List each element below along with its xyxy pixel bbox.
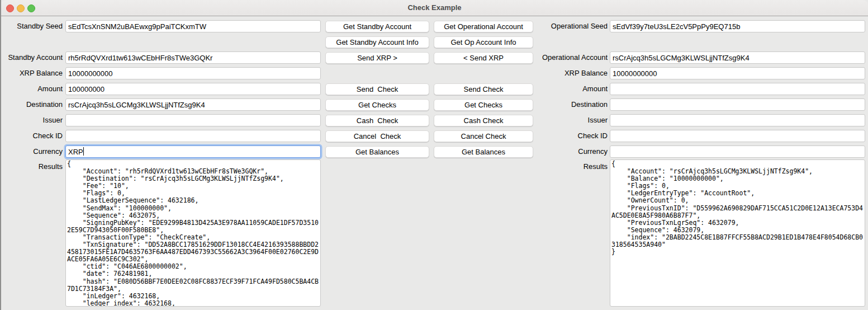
op-seed-label: Operational Seed [518,20,608,32]
op-amount-input[interactable] [610,83,865,95]
standby-currency-label: Currency [1,145,63,157]
op-xrp-balance-label: XRP Balance [518,67,608,79]
standby-account-label: Standby Account [1,51,63,63]
op-xrp-balance-input[interactable] [610,67,865,79]
op-account-label: Operational Account [518,51,608,63]
standby-destination-label: Destination [1,98,63,110]
op-seed-input[interactable] [610,20,865,32]
op-destination-input[interactable] [610,98,865,111]
standby-seed-input[interactable] [65,20,321,32]
check-example-window: Check Example Standby Seed Standby Accou… [0,0,868,310]
standby-xrp-balance-label: XRP Balance [1,67,63,79]
operational-results-text[interactable]: { "Account": "rsCrAjcq3h5sLGCMg3KLWSLjjN… [610,159,865,307]
standby-currency-input[interactable] [65,145,321,158]
standby-send-check-button[interactable]: Send Check [325,83,429,95]
get-standby-account-button[interactable]: Get Standby Account [325,21,429,32]
titlebar: Check Example [1,0,868,16]
standby-xrp-balance-input[interactable] [65,67,321,79]
op-results-label: Results [518,161,608,172]
op-destination-label: Destination [518,98,608,110]
standby-cash-check-button[interactable]: Cash Check [325,115,429,126]
window-title: Check Example [1,0,868,16]
op-currency-label: Currency [518,145,608,157]
standby-issuer-label: Issuer [1,114,63,126]
op-check-id-input[interactable] [610,130,865,142]
get-standby-account-info-button[interactable]: Get Standby Account Info [325,36,429,48]
standby-destination-input[interactable] [65,98,321,111]
standby-check-id-label: Check ID [1,130,63,142]
standby-cancel-check-button[interactable]: Cancel Check [325,130,429,142]
standby-amount-label: Amount [1,83,63,95]
op-check-id-label: Check ID [518,130,608,142]
standby-account-input[interactable] [65,51,321,64]
op-amount-label: Amount [518,83,608,95]
send-xrp-right-button[interactable]: Send XRP > [325,52,429,64]
standby-check-id-input[interactable] [65,130,321,142]
standby-issuer-input[interactable] [65,114,321,126]
op-issuer-label: Issuer [518,114,608,126]
standby-seed-label: Standby Seed [1,20,63,32]
standby-get-balances-button[interactable]: Get Balances [325,146,429,158]
standby-results-label: Results [1,161,63,172]
op-account-input[interactable] [610,51,865,64]
get-op-account-info-button[interactable]: Get Op Account Info [434,36,533,48]
standby-results-text[interactable]: { "Account": "rh5rRdQVXrd1tw613wCEbHFr8s… [65,159,321,307]
op-issuer-input[interactable] [610,114,865,126]
standby-get-checks-button[interactable]: Get Checks [325,99,429,111]
op-currency-input[interactable] [610,145,865,158]
standby-amount-input[interactable] [65,83,321,95]
text-caret [83,147,84,156]
